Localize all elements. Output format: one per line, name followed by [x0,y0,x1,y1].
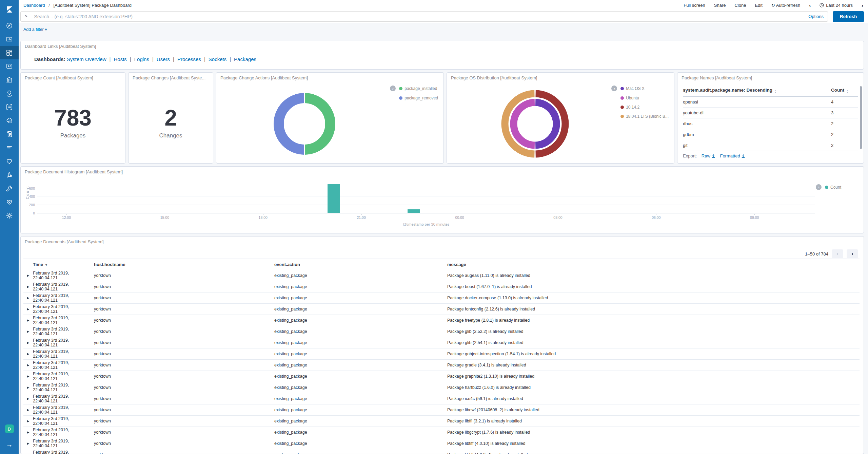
legend-collapse-icon[interactable]: › [390,86,396,91]
docs-badge[interactable]: D [5,424,14,433]
table-row[interactable]: ▶February 3rd 2019, 22:40:04.121yorktown… [23,292,860,304]
expand-row-icon[interactable]: ▶ [23,397,33,400]
expand-row-icon[interactable]: ▶ [23,296,33,300]
column-header-count[interactable]: Count▲▼ [831,88,858,93]
table-row[interactable]: openssl4 [683,97,858,108]
sidebar-item-logs[interactable] [0,127,19,141]
full-screen-button[interactable]: Full screen [684,3,705,8]
column-header-message[interactable]: message [447,262,860,267]
column-header-hostname[interactable]: host.hostname [94,262,274,267]
search-input[interactable] [34,14,806,19]
sidebar-item-management[interactable] [0,209,19,222]
table-row[interactable]: ▶February 3rd 2019, 22:40:04.121yorktown… [23,348,860,360]
sidebar-item-apm[interactable] [0,141,19,154]
expand-row-icon[interactable]: ▶ [23,419,33,423]
sidebar-item-dev-tools[interactable] [0,182,19,195]
sidebar-item-infrastructure[interactable] [0,114,19,127]
sidebar-item-dashboard[interactable] [0,46,19,59]
column-header-event-action[interactable]: event.action [274,262,447,267]
sidebar-item-timelion[interactable] [0,59,19,73]
expand-row-icon[interactable]: ▶ [23,330,33,333]
table-row[interactable]: ▶February 3rd 2019, 22:40:04.121yorktown… [23,270,860,281]
expand-row-icon[interactable]: ▶ [23,274,33,277]
edit-button[interactable]: Edit [755,3,762,8]
clone-button[interactable]: Clone [734,3,746,8]
table-row[interactable]: ▶February 3rd 2019, 22:40:04.121yorktown… [23,371,860,382]
legend-item[interactable]: package_removed [399,96,438,100]
collapse-nav-arrow-icon[interactable]: → [6,441,13,449]
expand-row-icon[interactable]: ▶ [23,352,33,356]
legend-item[interactable]: › Count [816,184,841,190]
legend-collapse-icon[interactable]: › [611,86,617,91]
histogram-bar[interactable] [328,184,340,213]
sidebar-item-machine-learning[interactable] [0,100,19,114]
table-row[interactable]: dbus2 [683,118,858,129]
expand-row-icon[interactable]: ▶ [23,285,33,288]
table-row[interactable]: ▶February 3rd 2019, 22:40:04.121yorktown… [23,438,860,449]
dashboard-link[interactable]: Users [157,56,170,62]
table-row[interactable]: ▶February 3rd 2019, 22:40:04.121yorktown… [23,404,860,416]
table-row[interactable]: ▶February 3rd 2019, 22:40:04.121yorktown… [23,427,860,438]
export-formatted-link[interactable]: Formatted [720,153,745,158]
table-row[interactable]: youtube-dl3 [683,108,858,118]
page-previous-icon[interactable]: ‹ [832,249,843,258]
sidebar-item-graph[interactable] [0,168,19,182]
panel-scrollbar[interactable] [860,86,862,149]
legend-item[interactable]: 18.04.1 LTS (Bionic B... [620,114,669,119]
table-row[interactable]: ▶February 3rd 2019, 22:40:04.121yorktown… [23,360,860,371]
auto-refresh-button[interactable]: ↻ Auto-refresh [771,3,800,8]
sidebar-item-discover[interactable] [0,19,19,32]
search-input-box[interactable]: >_ Options [20,11,828,22]
legend-item[interactable]: › package_installed [390,86,437,91]
kibana-logo[interactable] [0,0,19,19]
legend-item[interactable]: 10.14.2 [620,105,639,110]
dashboard-link[interactable]: Sockets [209,56,226,62]
expand-row-icon[interactable]: ▶ [23,408,33,412]
export-raw-link[interactable]: Raw [702,153,715,158]
legend-item[interactable]: › Mac OS X [611,86,645,91]
breadcrumb-dashboard-link[interactable]: Dashboard [23,3,45,8]
expand-row-icon[interactable]: ▶ [23,319,33,322]
table-row[interactable]: ▶February 3rd 2019, 22:40:04.121yorktown… [23,449,860,454]
column-header-time[interactable]: Time▼ [33,262,94,267]
expand-row-icon[interactable]: ▶ [23,375,33,378]
sidebar-item-uptime[interactable] [0,154,19,168]
page-next-icon[interactable]: › [847,249,858,258]
table-row[interactable]: ▶February 3rd 2019, 22:40:04.121yorktown… [23,393,860,404]
table-row[interactable]: ▶February 3rd 2019, 22:40:04.121yorktown… [23,326,860,337]
expand-row-icon[interactable]: ▶ [23,341,33,344]
sidebar-item-visualize[interactable] [0,32,19,46]
table-row[interactable]: ▶February 3rd 2019, 22:40:04.121yorktown… [23,416,860,427]
expand-row-icon[interactable]: ▶ [23,442,33,445]
share-button[interactable]: Share [714,3,726,8]
sort-icon[interactable]: ▲▼ [846,90,848,93]
time-picker-button[interactable]: Last 24 hours [820,3,853,8]
table-row[interactable]: ▶February 3rd 2019, 22:40:04.121yorktown… [23,382,860,393]
histogram-bar[interactable] [408,209,420,213]
legend-item[interactable]: Ubuntu [620,96,639,100]
dashboard-link[interactable]: Logins [134,56,149,62]
expand-row-icon[interactable]: ▶ [23,363,33,367]
column-header-name[interactable]: system.audit.package.name: Descending▲▼ [683,88,831,93]
add-filter-button[interactable]: Add a filter+ [23,27,47,32]
table-row[interactable]: git2 [683,140,858,151]
sidebar-item-monitoring[interactable] [0,195,19,209]
sidebar-item-maps[interactable] [0,87,19,100]
dashboard-link[interactable]: Hosts [114,56,126,62]
expand-row-icon[interactable]: ▶ [23,431,33,434]
table-row[interactable]: ▶February 3rd 2019, 22:40:04.121yorktown… [23,281,860,292]
dashboard-link[interactable]: Packages [234,56,256,62]
time-forward-icon[interactable]: › [862,2,863,8]
refresh-button[interactable]: Refresh [833,11,864,22]
table-row[interactable]: ▶February 3rd 2019, 22:40:04.121yorktown… [23,315,860,326]
legend-collapse-icon[interactable]: › [816,184,822,190]
sort-icon[interactable]: ▲▼ [774,90,776,93]
expand-row-icon[interactable]: ▶ [23,386,33,389]
sidebar-item-canvas[interactable] [0,73,19,87]
query-options-link[interactable]: Options [808,14,824,19]
table-row[interactable]: ▶February 3rd 2019, 22:40:04.121yorktown… [23,337,860,348]
dashboard-link[interactable]: System Overview [67,56,106,62]
table-row[interactable]: ▶February 3rd 2019, 22:40:04.121yorktown… [23,304,860,315]
expand-row-icon[interactable]: ▶ [23,307,33,311]
table-row[interactable]: gdbm2 [683,129,858,140]
